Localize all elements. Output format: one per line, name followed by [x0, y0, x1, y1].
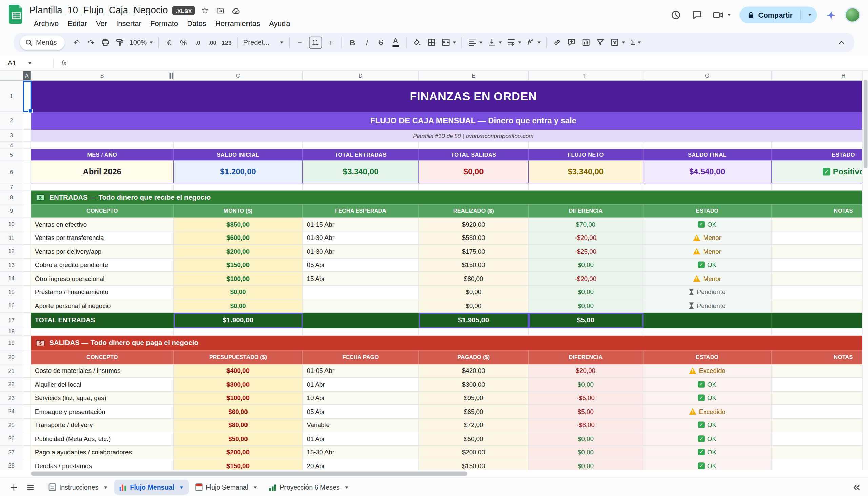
summary-header-cell[interactable]: ESTADO: [772, 149, 868, 160]
cell[interactable]: [23, 183, 31, 190]
cell-monto[interactable]: $600,00: [174, 231, 303, 245]
title-banner-cell[interactable]: FINANZAS EN ORDEN: [31, 81, 868, 112]
add-sheet-button[interactable]: [7, 480, 21, 494]
cell-estado[interactable]: Pendiente: [643, 286, 772, 299]
font-size-input[interactable]: 11: [308, 36, 322, 48]
zoom-select[interactable]: 100%: [128, 35, 154, 49]
cell-saldo-final[interactable]: $4.540,00: [643, 160, 772, 183]
meet-icon[interactable]: [711, 8, 733, 22]
cell-notas[interactable]: [772, 272, 868, 286]
cell-realizado[interactable]: $920,00: [419, 218, 529, 231]
summary-header-cell[interactable]: SALDO INICIAL: [174, 149, 303, 160]
cell-pagado[interactable]: $50,00: [419, 432, 529, 446]
decrease-decimal-button[interactable]: .0: [191, 35, 205, 49]
row-header[interactable]: 15: [0, 286, 23, 299]
format-percent-button[interactable]: %: [177, 35, 190, 49]
cell-estado[interactable]: Excedido: [643, 364, 772, 377]
cell[interactable]: [303, 183, 419, 190]
cell-diferencia[interactable]: -$8,00: [529, 418, 643, 432]
sheet-tab-menu-icon[interactable]: [345, 486, 349, 489]
cell-pagado[interactable]: $65,00: [419, 405, 529, 418]
cell[interactable]: [23, 364, 31, 377]
format-currency-button[interactable]: €: [162, 35, 176, 49]
sheet-tab[interactable]: Flujo Mensual: [114, 480, 189, 495]
salidas-header-cell[interactable]: ESTADO: [643, 351, 772, 365]
functions-button[interactable]: Σ: [628, 35, 644, 49]
cell-monto[interactable]: $0,00: [174, 299, 303, 313]
menu-item[interactable]: Formato: [146, 18, 182, 29]
cell-a1[interactable]: [23, 81, 31, 112]
column-header-a[interactable]: A: [23, 71, 31, 81]
row-header[interactable]: 27: [0, 446, 23, 459]
print-button[interactable]: [99, 35, 112, 49]
row-header[interactable]: 14: [0, 272, 23, 286]
cell-presupuestado[interactable]: $80,00: [174, 418, 303, 432]
cell[interactable]: [23, 313, 31, 328]
menu-item[interactable]: Herramientas: [211, 18, 264, 29]
cell[interactable]: [23, 191, 31, 205]
document-title[interactable]: Plantilla_10_Flujo_Caja_Negocio: [30, 5, 168, 16]
cell-a2[interactable]: [23, 112, 31, 129]
comments-icon[interactable]: [690, 8, 704, 22]
move-folder-icon[interactable]: [215, 6, 226, 15]
cell-fecha-pago[interactable]: 05 Abr: [303, 405, 419, 418]
cell[interactable]: [643, 328, 772, 335]
merge-cells-button[interactable]: [439, 35, 458, 49]
menu-item[interactable]: Insertar: [112, 18, 146, 29]
cell-total-label[interactable]: TOTAL ENTRADAS: [31, 313, 174, 328]
gemini-icon[interactable]: [824, 8, 838, 22]
cell[interactable]: [529, 328, 643, 335]
name-box-dropdown-icon[interactable]: [29, 62, 32, 64]
name-box[interactable]: A1: [0, 59, 47, 67]
cell-fecha-pago[interactable]: 15-30 Abr: [303, 446, 419, 459]
cell-estado[interactable]: Menor: [643, 272, 772, 286]
column-header-e[interactable]: E: [419, 71, 529, 81]
cell-fecha-pago[interactable]: 01-05 Abr: [303, 364, 419, 377]
cell-diferencia[interactable]: $5,00: [529, 405, 643, 418]
cell-diferencia[interactable]: $70,00: [529, 218, 643, 231]
cell-estado[interactable]: Menor: [643, 231, 772, 245]
freeze-indicator-icon[interactable]: [170, 73, 173, 79]
menu-item[interactable]: Ver: [92, 18, 112, 29]
cell[interactable]: [23, 446, 31, 459]
cell-realizado[interactable]: $150,00: [419, 259, 529, 272]
cell-notas[interactable]: [772, 299, 868, 313]
cell[interactable]: [772, 183, 868, 190]
cell-estado[interactable]: OK: [643, 259, 772, 272]
borders-button[interactable]: [425, 35, 438, 49]
vertical-scrollbar-thumb[interactable]: [863, 80, 867, 168]
row-header[interactable]: 1: [0, 81, 23, 112]
cell[interactable]: [23, 299, 31, 313]
cell-fecha[interactable]: 01-30 Abr: [303, 231, 419, 245]
cell-mes-anio[interactable]: Abril 2026: [31, 160, 174, 183]
cell-concepto[interactable]: Pago a ayudantes / colaboradores: [31, 446, 174, 459]
cell-total-realizado[interactable]: $1.905,00: [419, 313, 529, 328]
row-header[interactable]: 20: [0, 351, 23, 365]
cell-fecha[interactable]: 05 Abr: [303, 259, 419, 272]
cell-diferencia[interactable]: $0,00: [529, 377, 643, 391]
cell-concepto[interactable]: Aporte personal al negocio: [31, 299, 174, 313]
row-header[interactable]: 26: [0, 432, 23, 446]
sheet-tab-menu-icon[interactable]: [104, 486, 107, 489]
row-header[interactable]: 6: [0, 160, 23, 183]
salidas-header-cell[interactable]: PRESUPUESTADO ($): [174, 351, 303, 365]
share-dropdown-icon[interactable]: [808, 14, 812, 16]
cell-estado[interactable]: OK: [643, 432, 772, 446]
cell-total-salidas[interactable]: $0,00: [419, 160, 529, 183]
vertical-align-button[interactable]: [485, 35, 503, 49]
horizontal-align-button[interactable]: [466, 35, 484, 49]
cell-notas[interactable]: [772, 218, 868, 231]
cell[interactable]: [643, 313, 772, 328]
cell-estado[interactable]: Positivo: [772, 160, 868, 183]
row-header[interactable]: 19: [0, 336, 23, 351]
row-header[interactable]: 28: [0, 459, 23, 469]
cell[interactable]: [23, 218, 31, 231]
cell-realizado[interactable]: $0,00: [419, 299, 529, 313]
cell-concepto[interactable]: Transporte / delivery: [31, 418, 174, 432]
fill-color-button[interactable]: [411, 35, 424, 49]
cell-fecha-pago[interactable]: Variable: [303, 418, 419, 432]
menu-item[interactable]: Datos: [182, 18, 211, 29]
cell-presupuestado[interactable]: $60,00: [174, 405, 303, 418]
cell[interactable]: [23, 336, 31, 351]
salidas-header-cell[interactable]: NOTAS: [772, 351, 868, 365]
